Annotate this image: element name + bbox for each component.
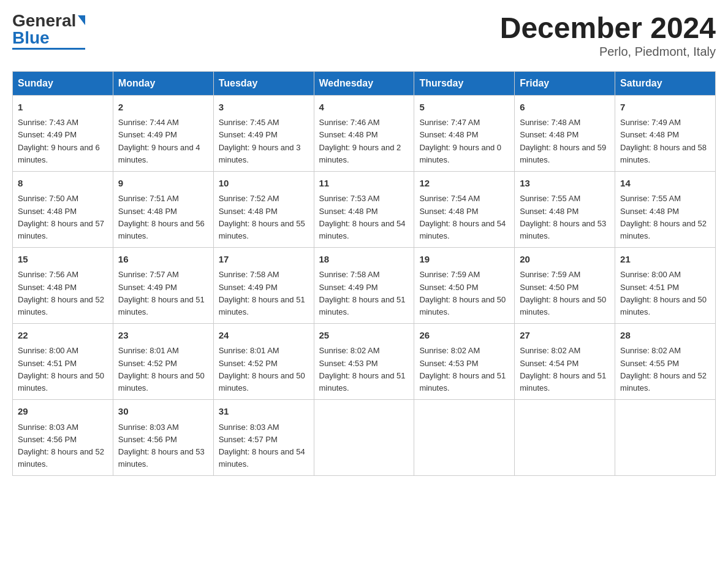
day-number: 22 [18,329,108,343]
calendar-cell: 27Sunrise: 8:02 AMSunset: 4:54 PMDayligh… [515,323,615,399]
calendar-cell [515,400,615,476]
weekday-header-saturday: Saturday [615,71,716,95]
calendar-cell: 29Sunrise: 8:03 AMSunset: 4:56 PMDayligh… [13,400,113,476]
day-number: 12 [419,177,509,191]
day-info: Sunrise: 8:03 AMSunset: 4:56 PMDaylight:… [118,421,208,471]
day-number: 2 [118,101,208,115]
day-info: Sunrise: 8:03 AMSunset: 4:57 PMDaylight:… [219,421,309,471]
day-number: 24 [219,329,309,343]
day-info: Sunrise: 7:49 AMSunset: 4:48 PMDaylight:… [620,117,710,166]
calendar-cell: 8Sunrise: 7:50 AMSunset: 4:48 PMDaylight… [13,171,113,247]
calendar-cell [615,400,716,476]
day-number: 7 [620,101,710,115]
day-number: 13 [520,177,610,191]
day-info: Sunrise: 7:58 AMSunset: 4:49 PMDaylight:… [219,269,309,318]
week-row-3: 15Sunrise: 7:56 AMSunset: 4:48 PMDayligh… [13,247,716,323]
calendar-cell: 20Sunrise: 7:59 AMSunset: 4:50 PMDayligh… [515,247,615,323]
day-info: Sunrise: 7:59 AMSunset: 4:50 PMDaylight:… [520,269,610,318]
calendar-cell: 23Sunrise: 8:01 AMSunset: 4:52 PMDayligh… [113,323,213,399]
day-info: Sunrise: 8:02 AMSunset: 4:53 PMDaylight:… [419,345,509,394]
calendar-cell: 16Sunrise: 7:57 AMSunset: 4:49 PMDayligh… [113,247,213,323]
day-info: Sunrise: 7:52 AMSunset: 4:48 PMDaylight:… [219,193,309,242]
day-number: 8 [18,177,108,191]
day-number: 16 [118,253,208,267]
day-info: Sunrise: 7:50 AMSunset: 4:48 PMDaylight:… [18,193,108,242]
week-row-4: 22Sunrise: 8:00 AMSunset: 4:51 PMDayligh… [13,323,716,399]
week-row-1: 1Sunrise: 7:43 AMSunset: 4:49 PMDaylight… [13,95,716,171]
day-info: Sunrise: 7:54 AMSunset: 4:48 PMDaylight:… [419,193,509,242]
logo-blue-text: Blue [12,29,50,47]
calendar-cell: 21Sunrise: 8:00 AMSunset: 4:51 PMDayligh… [615,247,716,323]
calendar-cell: 10Sunrise: 7:52 AMSunset: 4:48 PMDayligh… [213,171,314,247]
logo-general-text: General [12,12,76,29]
calendar-cell: 13Sunrise: 7:55 AMSunset: 4:48 PMDayligh… [515,171,615,247]
calendar-cell: 31Sunrise: 8:03 AMSunset: 4:57 PMDayligh… [213,400,314,476]
day-number: 25 [319,329,409,343]
day-number: 15 [18,253,108,267]
weekday-header-wednesday: Wednesday [314,71,414,95]
weekday-header-row: SundayMondayTuesdayWednesdayThursdayFrid… [13,71,716,95]
day-info: Sunrise: 7:59 AMSunset: 4:50 PMDaylight:… [419,269,509,318]
day-info: Sunrise: 7:45 AMSunset: 4:49 PMDaylight:… [219,117,309,166]
calendar-cell: 15Sunrise: 7:56 AMSunset: 4:48 PMDayligh… [13,247,113,323]
page-header: General Blue December 2024 Perlo, Piedmo… [12,12,716,59]
day-number: 28 [620,329,710,343]
calendar-cell: 19Sunrise: 7:59 AMSunset: 4:50 PMDayligh… [414,247,515,323]
calendar-cell: 1Sunrise: 7:43 AMSunset: 4:49 PMDaylight… [13,95,113,171]
day-info: Sunrise: 8:00 AMSunset: 4:51 PMDaylight:… [18,345,108,394]
calendar-cell: 2Sunrise: 7:44 AMSunset: 4:49 PMDaylight… [113,95,213,171]
day-number: 10 [219,177,309,191]
day-number: 1 [18,101,108,115]
calendar-cell: 24Sunrise: 8:01 AMSunset: 4:52 PMDayligh… [213,323,314,399]
day-number: 17 [219,253,309,267]
calendar-cell: 6Sunrise: 7:48 AMSunset: 4:48 PMDaylight… [515,95,615,171]
calendar-cell: 12Sunrise: 7:54 AMSunset: 4:48 PMDayligh… [414,171,515,247]
calendar-cell: 11Sunrise: 7:53 AMSunset: 4:48 PMDayligh… [314,171,414,247]
day-number: 3 [219,101,309,115]
day-number: 9 [118,177,208,191]
day-info: Sunrise: 7:51 AMSunset: 4:48 PMDaylight:… [118,193,208,242]
day-number: 19 [419,253,509,267]
day-number: 21 [620,253,710,267]
day-info: Sunrise: 7:55 AMSunset: 4:48 PMDaylight:… [620,193,710,242]
day-number: 6 [520,101,610,115]
day-info: Sunrise: 8:02 AMSunset: 4:54 PMDaylight:… [520,345,610,394]
weekday-header-friday: Friday [515,71,615,95]
calendar-cell [414,400,515,476]
day-number: 23 [118,329,208,343]
logo: General Blue [12,12,85,50]
day-info: Sunrise: 7:53 AMSunset: 4:48 PMDaylight:… [319,193,409,242]
calendar-cell: 22Sunrise: 8:00 AMSunset: 4:51 PMDayligh… [13,323,113,399]
day-number: 27 [520,329,610,343]
day-info: Sunrise: 8:02 AMSunset: 4:55 PMDaylight:… [620,345,710,394]
day-number: 14 [620,177,710,191]
day-number: 5 [419,101,509,115]
weekday-header-sunday: Sunday [13,71,113,95]
day-number: 31 [219,405,309,419]
day-info: Sunrise: 7:46 AMSunset: 4:48 PMDaylight:… [319,117,409,166]
day-info: Sunrise: 8:01 AMSunset: 4:52 PMDaylight:… [219,345,309,394]
calendar-cell: 4Sunrise: 7:46 AMSunset: 4:48 PMDaylight… [314,95,414,171]
day-number: 18 [319,253,409,267]
day-number: 11 [319,177,409,191]
day-info: Sunrise: 7:44 AMSunset: 4:49 PMDaylight:… [118,117,208,166]
calendar-cell: 26Sunrise: 8:02 AMSunset: 4:53 PMDayligh… [414,323,515,399]
calendar-cell: 30Sunrise: 8:03 AMSunset: 4:56 PMDayligh… [113,400,213,476]
day-number: 4 [319,101,409,115]
week-row-2: 8Sunrise: 7:50 AMSunset: 4:48 PMDaylight… [13,171,716,247]
calendar-cell: 5Sunrise: 7:47 AMSunset: 4:48 PMDaylight… [414,95,515,171]
day-info: Sunrise: 7:58 AMSunset: 4:49 PMDaylight:… [319,269,409,318]
day-info: Sunrise: 8:01 AMSunset: 4:52 PMDaylight:… [118,345,208,394]
calendar-cell: 17Sunrise: 7:58 AMSunset: 4:49 PMDayligh… [213,247,314,323]
calendar-cell: 7Sunrise: 7:49 AMSunset: 4:48 PMDaylight… [615,95,716,171]
day-info: Sunrise: 7:43 AMSunset: 4:49 PMDaylight:… [18,117,108,166]
calendar-cell: 14Sunrise: 7:55 AMSunset: 4:48 PMDayligh… [615,171,716,247]
weekday-header-thursday: Thursday [414,71,515,95]
day-info: Sunrise: 7:55 AMSunset: 4:48 PMDaylight:… [520,193,610,242]
weekday-header-monday: Monday [113,71,213,95]
calendar-cell [314,400,414,476]
calendar-table: SundayMondayTuesdayWednesdayThursdayFrid… [12,71,716,476]
title-block: December 2024 Perlo, Piedmont, Italy [500,12,716,59]
day-info: Sunrise: 8:00 AMSunset: 4:51 PMDaylight:… [620,269,710,318]
day-number: 20 [520,253,610,267]
